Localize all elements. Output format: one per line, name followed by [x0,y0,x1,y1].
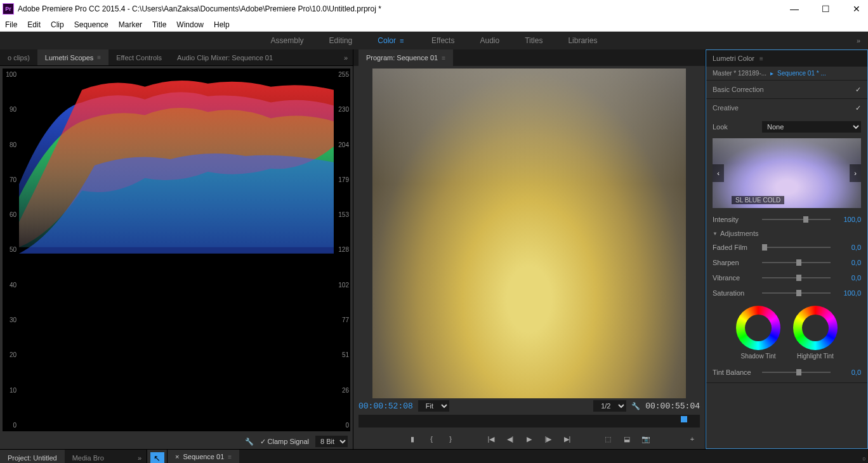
panel-menu-icon[interactable]: ≡ [228,453,232,460]
settings-icon[interactable]: 🔧 [631,402,640,410]
next-look-icon[interactable]: › [850,164,861,182]
sequence-clip[interactable]: Sequence 01 * ... [777,70,826,77]
tint-balance-slider[interactable] [762,372,831,373]
scopes-tabs: o clips) Lumetri Scopes≡ Effect Controls… [0,49,353,66]
fit-select[interactable]: Fit [418,400,449,412]
marker-icon[interactable]: ▮ [407,434,418,444]
scopes-footer: 🔧 ✓ Clamp Signal 8 Bit [0,434,353,449]
program-scrub-bar[interactable] [358,415,700,427]
prev-look-icon[interactable]: ‹ [713,164,724,182]
in-point-icon[interactable]: { [426,434,437,444]
playhead-marker[interactable] [681,416,687,422]
video-frame [372,68,686,398]
workspace-effects[interactable]: Effects [431,36,454,45]
workspace-overflow-icon[interactable]: » [857,37,860,44]
lift-icon[interactable]: ⬚ [603,434,613,444]
panel-menu-icon[interactable]: ≡ [97,54,101,61]
close-button[interactable]: ✕ [848,3,865,15]
app-icon: Pr [3,3,14,15]
workspace-libraries[interactable]: Libraries [568,36,597,45]
menu-clip[interactable]: Clip [51,20,64,29]
tabs-overflow-icon[interactable]: » [344,54,348,62]
tab-effect-controls[interactable]: Effect Controls [109,49,169,65]
workspace-titles[interactable]: Titles [525,36,542,45]
menu-window[interactable]: Window [176,20,204,29]
tab-project[interactable]: Project: Untitled [0,450,65,463]
add-button-icon[interactable]: + [687,434,697,444]
program-monitor[interactable] [372,68,686,398]
rgb-waveform [19,71,334,260]
tab-clips[interactable]: o clips) [0,49,37,65]
project-panel: Project: Untitled Media Bro » 🗀 Untitled… [0,450,147,463]
out-point-icon[interactable]: } [445,434,456,444]
basic-correction-section: Basic Correction✓ [706,81,867,99]
tab-media-browser[interactable]: Media Bro [65,450,112,463]
basic-correction-toggle[interactable]: Basic Correction✓ [706,81,867,98]
master-clip[interactable]: Master * 128189-... [713,70,766,77]
intensity-slider[interactable] [762,219,831,220]
menu-edit[interactable]: Edit [27,20,41,29]
program-panel: 00:00:52:08 Fit 1/2 🔧 00:00:55:04 ▮ { } … [353,66,705,449]
check-icon[interactable]: ✓ [855,86,861,94]
highlight-wheel[interactable] [793,306,838,350]
workspace-editing[interactable]: Editing [329,36,353,45]
extract-icon[interactable]: ⬓ [622,434,632,444]
lumetri-title: Lumetri Color [713,55,754,62]
menu-title[interactable]: Title [152,20,166,29]
selection-tool-icon[interactable]: ↖ [150,452,164,463]
menu-bar: File Edit Clip Sequence Marker Title Win… [0,18,868,32]
bit-depth-select[interactable]: 8 Bit [315,436,348,447]
shadow-tint-wheel: Shadow Tint [736,306,780,360]
goto-in-icon[interactable]: |◀ [486,434,496,444]
zoom-select[interactable]: 1/2 [593,400,626,412]
maximize-button[interactable]: ☐ [817,3,835,15]
tool-palette: ↖ ⇥ ↹ ⇔ ⇲ ✂ ⬌ ⬍ ✒ ✋ 🔍 [147,450,168,463]
menu-marker[interactable]: Marker [119,20,142,29]
tab-sequence[interactable]: × Sequence 01 ≡ [168,450,239,463]
shadow-wheel[interactable] [736,306,780,350]
menu-file[interactable]: File [5,20,17,29]
faded-slider[interactable] [762,247,831,248]
step-forward-icon[interactable]: |▶ [543,434,553,444]
menu-sequence[interactable]: Sequence [74,20,109,29]
tab-audio-mixer[interactable]: Audio Clip Mixer: Sequence 01 [169,49,280,65]
step-back-icon[interactable]: ◀| [505,434,515,444]
panel-menu-icon[interactable]: ≡ [442,55,445,62]
workspace-assembly[interactable]: Assembly [271,36,304,45]
panel-menu-icon[interactable]: ≡ [760,55,763,62]
adjustments-head[interactable]: Adjustments [713,227,861,240]
tab-lumetri-scopes[interactable]: Lumetri Scopes≡ [37,49,109,65]
workspace-audio[interactable]: Audio [480,36,499,45]
vibrance-slider[interactable] [762,277,831,278]
lumetri-breadcrumb: Master * 128189-... ▸ Sequence 01 * ... [706,67,867,81]
minimize-button[interactable]: — [785,3,804,15]
program-controls: 00:00:52:08 Fit 1/2 🔧 00:00:55:04 [353,398,705,414]
meter-scale: 0 -6 -12 -18 -24 -30 -36 -42 -48 -54 dB [841,452,867,463]
play-icon[interactable]: ▶ [524,434,534,444]
audio-meters: 0 -6 -12 -18 -24 -30 -36 -42 -48 -54 dB … [840,450,868,463]
lumetri-column: Lumetri Color ≡ Master * 128189-... ▸ Se… [706,49,868,449]
menu-help[interactable]: Help [214,20,230,29]
program-tabs: Program: Sequence 01 ≡ [353,49,705,66]
sharpen-slider[interactable] [762,262,831,263]
workspace-bar: Assembly Editing Color Effects Audio Tit… [0,32,868,49]
workspace-menu-icon[interactable] [400,36,406,45]
check-icon[interactable]: ✓ [855,104,861,112]
tabs-overflow-icon[interactable]: » [138,454,141,462]
window-controls: — ☐ ✕ [785,3,865,15]
title-bar: Pr Adobe Premiere Pro CC 2015.4 - C:\Use… [0,0,868,18]
look-preview: ‹ › SL BLUE COLD [713,138,861,208]
clamp-check[interactable]: ✓ Clamp Signal [260,438,309,446]
current-timecode[interactable]: 00:00:52:08 [358,401,413,411]
goto-out-icon[interactable]: ▶| [562,434,572,444]
workspace-color[interactable]: Color [378,36,406,45]
creative-toggle[interactable]: Creative✓ [706,99,867,117]
program-tab[interactable]: Program: Sequence 01 ≡ [358,49,453,66]
export-frame-icon[interactable]: 📷 [641,434,651,444]
scope-right-axis: 2552302041791531281027751260 [335,68,350,431]
saturation-slider[interactable] [762,292,831,294]
transport-controls: ▮ { } |◀ ◀| ▶ |▶ ▶| ⬚ ⬓ 📷 + [353,429,705,449]
wrench-icon[interactable]: 🔧 [245,438,254,446]
program-column: Program: Sequence 01 ≡ 00:00:52:08 Fit 1… [353,49,706,449]
look-select[interactable]: None [762,121,861,133]
